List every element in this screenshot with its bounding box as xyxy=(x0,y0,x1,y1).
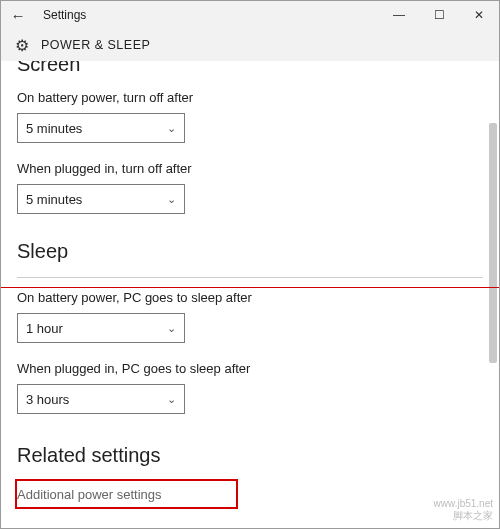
maximize-icon: ☐ xyxy=(434,8,445,22)
annotation-highlight-box: Additional power settings xyxy=(15,479,238,509)
watermark: www.jb51.net 脚本之家 xyxy=(434,498,493,522)
back-arrow-icon: ← xyxy=(11,7,26,24)
close-button[interactable]: ✕ xyxy=(459,1,499,29)
sleep-plugged-value: 3 hours xyxy=(26,392,69,407)
vertical-scrollbar[interactable] xyxy=(489,123,497,363)
sleep-battery-label: On battery power, PC goes to sleep after xyxy=(17,290,483,305)
content-area: Screen On battery power, turn off after … xyxy=(1,61,499,528)
sleep-battery-dropdown[interactable]: 1 hour ⌄ xyxy=(17,313,185,343)
watermark-text: 脚本之家 xyxy=(434,510,493,522)
titlebar: ← Settings — ☐ ✕ xyxy=(1,1,499,29)
related-heading: Related settings xyxy=(17,444,483,467)
chevron-down-icon: ⌄ xyxy=(167,193,176,206)
screen-battery-dropdown[interactable]: 5 minutes ⌄ xyxy=(17,113,185,143)
back-button[interactable]: ← xyxy=(1,1,35,29)
chevron-down-icon: ⌄ xyxy=(167,393,176,406)
page-title: POWER & SLEEP xyxy=(41,38,150,52)
minimize-icon: — xyxy=(393,8,405,22)
gear-icon: ⚙ xyxy=(15,36,29,55)
sleep-heading: Sleep xyxy=(17,240,483,263)
screen-battery-label: On battery power, turn off after xyxy=(17,90,483,105)
settings-window: ← Settings — ☐ ✕ ⚙ POWER & SLEEP Screen … xyxy=(0,0,500,529)
page-header: ⚙ POWER & SLEEP xyxy=(1,29,499,61)
screen-plugged-label: When plugged in, turn off after xyxy=(17,161,483,176)
maximize-button[interactable]: ☐ xyxy=(419,1,459,29)
window-controls: — ☐ ✕ xyxy=(379,1,499,29)
minimize-button[interactable]: — xyxy=(379,1,419,29)
section-divider xyxy=(17,277,483,278)
sleep-battery-value: 1 hour xyxy=(26,321,63,336)
additional-power-settings-link[interactable]: Additional power settings xyxy=(17,487,162,502)
screen-plugged-value: 5 minutes xyxy=(26,192,82,207)
chevron-down-icon: ⌄ xyxy=(167,122,176,135)
chevron-down-icon: ⌄ xyxy=(167,322,176,335)
screen-heading: Screen xyxy=(17,61,483,76)
screen-plugged-dropdown[interactable]: 5 minutes ⌄ xyxy=(17,184,185,214)
sleep-plugged-label: When plugged in, PC goes to sleep after xyxy=(17,361,483,376)
sleep-plugged-dropdown[interactable]: 3 hours ⌄ xyxy=(17,384,185,414)
watermark-url: www.jb51.net xyxy=(434,498,493,510)
window-title: Settings xyxy=(43,8,379,22)
annotation-red-line xyxy=(1,287,499,288)
screen-battery-value: 5 minutes xyxy=(26,121,82,136)
close-icon: ✕ xyxy=(474,8,484,22)
